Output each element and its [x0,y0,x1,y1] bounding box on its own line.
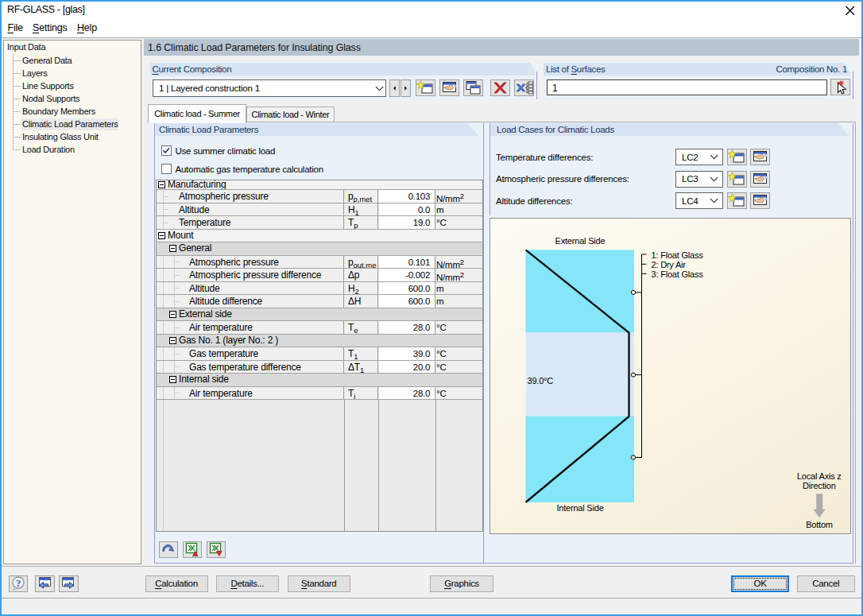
svg-text:3: Float Glass: 3: Float Glass [652,269,704,279]
svg-text:External Side: External Side [555,236,606,246]
svg-text:39.0°C: 39.0°C [528,376,554,385]
svg-text:1: Float Glass: 1: Float Glass [652,250,704,260]
svg-text:Direction: Direction [803,481,836,490]
svg-text:2: Dry Air: 2: Dry Air [652,260,687,269]
svg-text:Bottom: Bottom [806,520,833,529]
svg-text:Internal Side: Internal Side [556,503,603,513]
svg-text:?: ? [15,577,21,589]
svg-text:Local Axis z: Local Axis z [797,471,842,481]
